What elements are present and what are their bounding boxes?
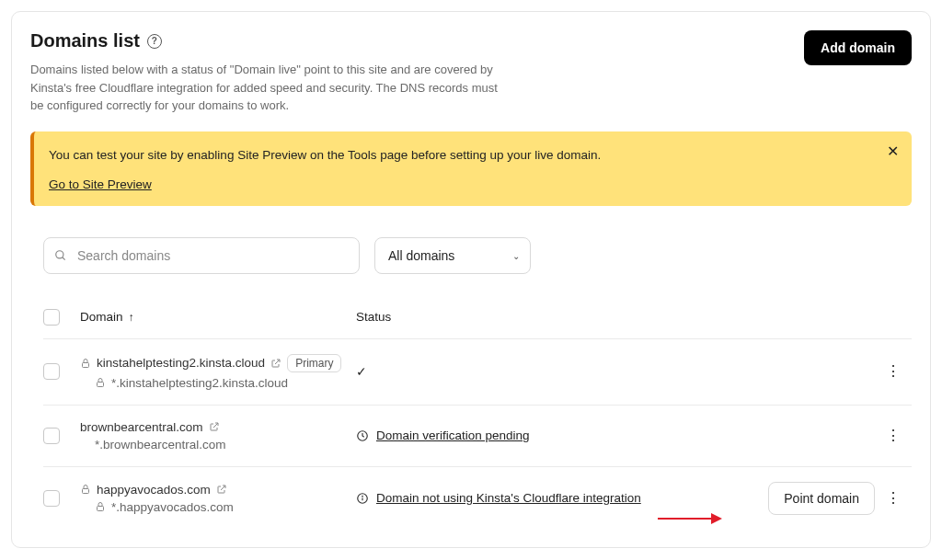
domain-name: happyavocados.com (97, 483, 211, 497)
lock-icon (95, 501, 106, 512)
page-title: Domains list (30, 30, 140, 51)
row-menu-button[interactable]: ⋮ (879, 360, 908, 383)
column-header-domain[interactable]: Domain ↑ (80, 310, 356, 324)
wildcard-domain: *.brownbearcentral.com (95, 438, 226, 451)
select-all-checkbox[interactable] (43, 309, 60, 326)
svg-line-1 (63, 257, 65, 260)
clock-icon (356, 429, 369, 442)
table-header: Domain ↑ Status (43, 309, 912, 339)
table-row: happyavocados.com*.happyavocados.comDoma… (43, 467, 912, 530)
lock-icon (80, 484, 91, 495)
domains-table: Domain ↑ Status kinstahelptesting2.kinst… (30, 309, 912, 530)
svg-point-0 (56, 251, 63, 258)
status-link[interactable]: Domain verification pending (376, 429, 530, 442)
check-icon: ✓ (356, 364, 367, 379)
help-icon[interactable]: ? (147, 34, 162, 49)
svg-rect-6 (98, 507, 104, 511)
table-row: brownbearcentral.com*.brownbearcentral.c… (43, 406, 912, 467)
status-cell: Domain verification pending (356, 429, 746, 442)
status-cell: ✓ (356, 364, 746, 379)
lock-icon (95, 377, 106, 388)
page-subtitle: Domains listed below with a status of "D… (30, 61, 509, 115)
primary-badge: Primary (287, 354, 341, 372)
svg-rect-2 (83, 362, 89, 367)
wildcard-domain: *.happyavocados.com (111, 500, 234, 514)
status-link[interactable]: Domain not using Kinsta's Cloudflare int… (376, 491, 641, 505)
svg-rect-3 (98, 383, 104, 387)
status-cell: Domain not using Kinsta's Cloudflare int… (356, 491, 746, 505)
domain-cell: kinstahelptesting2.kinsta.cloudPrimary*.… (80, 354, 356, 390)
alert-link[interactable]: Go to Site Preview (49, 177, 152, 191)
domain-name: kinstahelptesting2.kinsta.cloud (97, 356, 265, 370)
panel-header: Domains list ? Domains listed below with… (30, 30, 912, 115)
point-domain-button[interactable]: Point domain (768, 482, 875, 515)
external-link-icon[interactable] (209, 421, 220, 432)
row-menu-button[interactable]: ⋮ (879, 487, 908, 509)
domains-panel: Domains list ? Domains listed below with… (11, 11, 931, 548)
domain-cell: happyavocados.com*.happyavocados.com (80, 483, 356, 514)
domain-name: brownbearcentral.com (80, 420, 203, 434)
domain-cell: brownbearcentral.com*.brownbearcentral.c… (80, 420, 356, 451)
row-checkbox[interactable] (43, 428, 60, 444)
close-icon: ✕ (887, 143, 899, 159)
search-input[interactable] (43, 237, 360, 274)
info-icon (356, 492, 369, 505)
external-link-icon[interactable] (270, 358, 281, 369)
row-checkbox[interactable] (43, 363, 60, 380)
external-link-icon[interactable] (216, 484, 227, 495)
svg-point-8 (362, 496, 363, 497)
search-container (43, 237, 360, 274)
sort-ascending-icon: ↑ (129, 311, 134, 324)
wildcard-domain: *.kinstahelptesting2.kinsta.cloud (111, 376, 288, 390)
column-header-status: Status (356, 310, 746, 324)
lock-icon (80, 358, 91, 369)
controls-row: All domains ⌄ (30, 237, 912, 274)
domain-filter-select[interactable]: All domains (374, 237, 531, 274)
row-checkbox[interactable] (43, 490, 60, 507)
alert-message: You can test your site by enabling Site … (49, 146, 875, 165)
table-row: kinstahelptesting2.kinsta.cloudPrimary*.… (43, 339, 912, 406)
filter-container: All domains ⌄ (374, 237, 531, 274)
add-domain-button[interactable]: Add domain (804, 30, 912, 65)
svg-rect-5 (83, 489, 89, 494)
row-menu-button[interactable]: ⋮ (879, 425, 908, 447)
search-icon (54, 249, 67, 262)
site-preview-alert: You can test your site by enabling Site … (30, 131, 912, 206)
alert-close-button[interactable]: ✕ (887, 144, 899, 159)
